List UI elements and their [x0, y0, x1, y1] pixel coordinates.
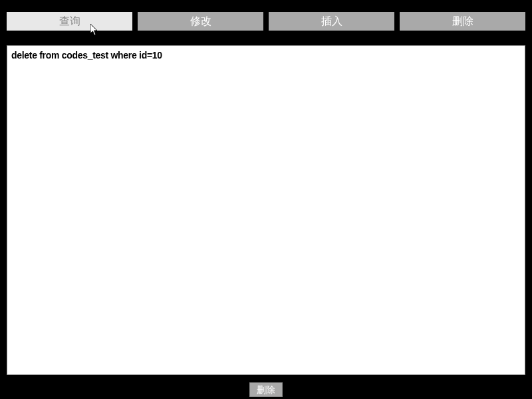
- delete-button[interactable]: 删除: [249, 382, 283, 397]
- content-area: delete from codes_test where id=10: [7, 45, 525, 375]
- bottom-button-area: 删除: [0, 382, 532, 397]
- tab-modify[interactable]: 修改: [138, 12, 263, 31]
- tab-delete[interactable]: 删除: [400, 12, 525, 31]
- tab-query[interactable]: 查询: [7, 12, 132, 31]
- sql-text-area[interactable]: delete from codes_test where id=10: [7, 46, 525, 374]
- tabs-row: 查询 修改 插入 删除: [0, 4, 532, 31]
- app-window: 查询 修改 插入 删除 delete from codes_test where…: [0, 0, 532, 399]
- tab-insert[interactable]: 插入: [269, 12, 394, 31]
